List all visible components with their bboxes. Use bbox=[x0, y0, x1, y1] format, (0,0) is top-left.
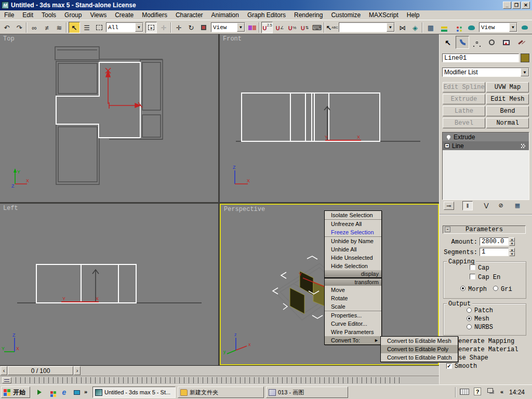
menu-item-convert-editable-patch[interactable]: Convert to Editable Patch bbox=[381, 353, 458, 362]
taskbar-task-3dsmax[interactable]: Untitled - 3ds max 5 - St... bbox=[92, 387, 176, 398]
snap-toggle-icon[interactable]: ∪2.5 bbox=[261, 22, 273, 33]
segments-spinner[interactable]: ▲▼ bbox=[509, 248, 515, 256]
next-frame-button[interactable]: › bbox=[74, 366, 81, 375]
menu-item-rotate[interactable]: Rotate bbox=[325, 294, 381, 302]
tray-ime-help-icon[interactable]: ? bbox=[474, 388, 481, 395]
rect-selection-region-icon[interactable] bbox=[94, 22, 105, 33]
grid-radio[interactable] bbox=[493, 286, 498, 291]
object-color-swatch[interactable] bbox=[521, 54, 529, 62]
menu-tools[interactable]: Tools bbox=[37, 11, 60, 20]
modifier-button-edit-mesh[interactable]: Edit Mesh bbox=[486, 94, 529, 104]
menu-item-properties[interactable]: Properties... bbox=[325, 311, 381, 320]
menu-item-convert-editable-poly[interactable]: Convert to Editable Poly bbox=[381, 345, 458, 353]
percent-snap-icon[interactable]: ∪% bbox=[286, 22, 298, 33]
menu-graph-editors[interactable]: Graph Editors bbox=[243, 11, 290, 20]
modifier-button-bend[interactable]: Bend bbox=[486, 106, 529, 116]
collapse-icon[interactable]: - bbox=[445, 227, 450, 232]
show-end-result-button[interactable]: ‖ bbox=[462, 201, 473, 210]
quicklaunch-acdsee-icon[interactable] bbox=[47, 388, 57, 397]
quick-render-icon[interactable] bbox=[519, 22, 530, 33]
restore-button[interactable]: ❐ bbox=[512, 2, 521, 9]
window-crossing-icon[interactable]: ● bbox=[145, 22, 157, 33]
named-selection-icon[interactable]: ↖ABC bbox=[326, 22, 338, 33]
menu-customize[interactable]: Customize bbox=[327, 11, 365, 20]
menu-character[interactable]: Character bbox=[171, 11, 207, 20]
mirror-icon[interactable]: ⋈ bbox=[397, 22, 408, 33]
trackview-icon[interactable]: ▦ bbox=[425, 22, 436, 33]
menu-rendering[interactable]: Rendering bbox=[290, 11, 327, 20]
menu-item-freeze-selection[interactable]: Freeze Selection bbox=[325, 228, 381, 236]
menu-item-wire-parameters[interactable]: Wire Parameters bbox=[325, 328, 381, 336]
tab-utilities[interactable] bbox=[514, 36, 527, 49]
menu-create[interactable]: Create bbox=[111, 11, 138, 20]
track-bar[interactable] bbox=[0, 376, 439, 384]
tab-motion[interactable] bbox=[485, 36, 498, 49]
amount-field[interactable]: 2800.0 bbox=[480, 237, 509, 246]
nurbs-radio[interactable] bbox=[467, 324, 472, 329]
tab-create[interactable]: ↖ bbox=[441, 36, 455, 49]
remove-modifier-button[interactable]: ⊘ bbox=[496, 202, 506, 210]
viewport-front[interactable]: Front Y X Z X bbox=[220, 34, 439, 202]
render-type-dropdown[interactable]: View ▼ bbox=[479, 22, 517, 32]
use-pivot-center-icon[interactable] bbox=[246, 22, 258, 33]
viewport-top[interactable]: Top bbox=[0, 34, 218, 202]
start-button[interactable]: 开始 bbox=[1, 387, 30, 398]
stack-item-extrude[interactable]: Extrude bbox=[443, 132, 529, 141]
configure-modifier-sets-button[interactable]: ▦ bbox=[512, 202, 523, 210]
menu-item-convert-editable-mesh[interactable]: Convert to Editable Mesh bbox=[381, 337, 458, 345]
coord-system-dropdown[interactable]: View ▼ bbox=[211, 22, 245, 32]
quicklaunch-ie-icon[interactable]: e bbox=[59, 388, 69, 397]
segments-field[interactable]: 1 bbox=[480, 248, 509, 256]
select-and-move-icon[interactable]: ✛ bbox=[173, 22, 184, 33]
menu-group[interactable]: Group bbox=[60, 11, 86, 20]
stack-item-line[interactable]: + Line bbox=[443, 141, 529, 150]
select-and-scale-icon[interactable] bbox=[198, 22, 209, 33]
menu-file[interactable]: File bbox=[0, 11, 18, 20]
undo-icon[interactable]: ↶ bbox=[1, 22, 12, 33]
quicklaunch-outlook-icon[interactable] bbox=[72, 388, 82, 397]
menu-animation[interactable]: Animation bbox=[207, 11, 243, 20]
align-icon[interactable]: ◈ bbox=[409, 22, 421, 33]
taskbar-task-paint[interactable]: 013 - 画图 bbox=[266, 387, 348, 398]
tab-modify[interactable] bbox=[456, 36, 469, 49]
keyboard-override-icon[interactable]: ⌨ bbox=[311, 22, 323, 33]
modifier-button-lathe[interactable]: Lathe bbox=[443, 106, 485, 116]
dropdown-arrow-icon[interactable]: ▼ bbox=[387, 23, 394, 32]
menu-edit[interactable]: Edit bbox=[18, 11, 37, 20]
modifier-button-normal[interactable]: Normal bbox=[486, 118, 529, 128]
angle-snap-icon[interactable]: ∪∠ bbox=[274, 22, 285, 33]
tab-display[interactable] bbox=[499, 36, 513, 49]
unlink-selection-icon[interactable]: ≠ bbox=[41, 22, 52, 33]
quicklaunch-overflow-chevron[interactable]: » bbox=[84, 389, 87, 395]
modifier-button-uvw-map[interactable]: UVW Map bbox=[486, 82, 529, 92]
modifier-button-bevel[interactable]: Bevel bbox=[443, 118, 485, 128]
mesh-radio[interactable] bbox=[467, 316, 472, 321]
parameters-rollout-header[interactable]: - Parameters bbox=[443, 225, 526, 234]
select-by-name-icon[interactable]: ☰ bbox=[81, 22, 92, 33]
bind-to-spacewarp-icon[interactable]: ≋ bbox=[54, 22, 65, 33]
expand-icon[interactable]: + bbox=[445, 143, 449, 148]
quicklaunch-media-icon[interactable] bbox=[34, 388, 44, 397]
prev-frame-button[interactable]: ‹ bbox=[1, 366, 7, 375]
named-selection-dropdown[interactable]: ▼ bbox=[339, 22, 395, 32]
select-and-manipulate-icon[interactable]: ✛ bbox=[158, 22, 169, 33]
dropdown-arrow-icon[interactable]: ▼ bbox=[509, 23, 517, 32]
cap-start-checkbox[interactable] bbox=[470, 264, 475, 270]
select-and-link-icon[interactable]: ∞ bbox=[29, 22, 40, 33]
amount-spinner[interactable]: ▲▼ bbox=[509, 237, 515, 246]
select-object-icon[interactable]: ↖ bbox=[69, 22, 80, 33]
bulb-icon[interactable] bbox=[447, 135, 450, 139]
spinner-snap-icon[interactable]: ∪⇅ bbox=[299, 22, 310, 33]
menu-item-move[interactable]: Move bbox=[325, 286, 381, 294]
tab-hierarchy[interactable] bbox=[470, 36, 484, 49]
modifier-button-edit-spline[interactable]: Edit Spline bbox=[443, 82, 485, 92]
menu-item-scale[interactable]: Scale bbox=[325, 302, 381, 311]
menu-views[interactable]: Views bbox=[86, 11, 111, 20]
menu-help[interactable]: Help bbox=[403, 11, 424, 20]
dropdown-arrow-icon[interactable]: ▼ bbox=[237, 23, 245, 32]
mini-curve-editor-icon[interactable] bbox=[2, 377, 11, 383]
modifier-list-dropdown[interactable]: Modifier List ▼ bbox=[442, 68, 529, 77]
menu-item-unhide-all[interactable]: Unhide All bbox=[325, 245, 381, 254]
schematic-view-icon[interactable] bbox=[438, 22, 450, 33]
redo-icon[interactable]: ↷ bbox=[14, 22, 25, 33]
